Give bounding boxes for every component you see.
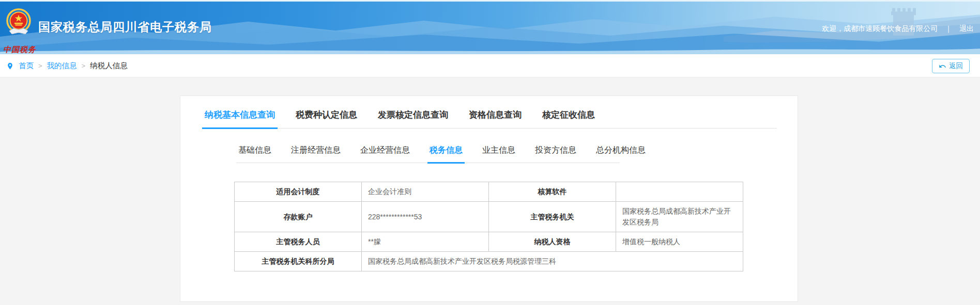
tab-tax-basic-info-query[interactable]: 纳税基本信息查询	[202, 109, 278, 129]
tab-assessed-collection-info[interactable]: 核定征收信息	[540, 109, 598, 129]
field-label-taxpayer-qualification: 纳税人资格	[489, 232, 616, 252]
location-pin-icon	[6, 61, 14, 71]
field-value-tax-authority: 国家税务总局成都高新技术产业开发区税务局	[616, 202, 743, 232]
tax-info-table: 适用会计制度 企业会计准则 核算软件 存款账户 228************5…	[234, 182, 743, 271]
header-user-area: 欢迎，成都市速顾餐饮食品有限公司 ｜ 退出	[822, 24, 974, 34]
tab-enterprise-operation-info[interactable]: 企业经营信息	[358, 145, 412, 164]
table-row: 主管税务机关科所分局 国家税务总局成都高新技术产业开发区税务局税源管理三科	[235, 252, 743, 271]
field-value-deposit-account: 228************53	[362, 202, 489, 232]
secondary-tab-bar: 基础信息 注册经营信息 企业经营信息 税务信息 业主信息 投资方信息 总分机构信…	[236, 145, 620, 163]
back-button-label: 返回	[949, 61, 963, 71]
breadcrumb-separator: >	[82, 62, 86, 70]
field-value-tax-officer: **朦	[362, 232, 489, 252]
table-row: 存款账户 228************53 主管税务机关 国家税务总局成都高新…	[235, 202, 743, 232]
breadcrumb-home[interactable]: 首页	[19, 61, 34, 71]
content-card: 纳税基本信息查询 税费种认定信息 发票核定信息查询 资格信息查询 核定征收信息 …	[180, 95, 798, 302]
tab-tax-info[interactable]: 税务信息	[427, 145, 465, 164]
tax-emblem-logo	[5, 8, 36, 40]
breadcrumb-my-info[interactable]: 我的信息	[47, 61, 77, 71]
logo-caption: 中国税务	[3, 45, 39, 54]
tax-emblem-icon	[5, 8, 32, 38]
breadcrumb-separator: >	[38, 62, 42, 70]
tab-basic-info[interactable]: 基础信息	[236, 145, 273, 164]
tab-investor-info[interactable]: 投资方信息	[533, 145, 578, 164]
field-label-tax-officer: 主管税务人员	[235, 232, 362, 252]
field-label-accounting-software: 核算软件	[489, 182, 616, 202]
tab-tax-type-determination[interactable]: 税费种认定信息	[293, 109, 360, 129]
tab-qualification-query[interactable]: 资格信息查询	[466, 109, 524, 129]
field-value-accounting-system: 企业会计准则	[362, 182, 489, 202]
breadcrumb: 首页 > 我的信息 > 纳税人信息	[6, 54, 128, 77]
field-label-tax-branch-office: 主管税务机关科所分局	[235, 252, 362, 271]
app-header: 中国税务 国家税务总局四川省电子税务局 欢迎，成都市速顾餐饮食品有限公司 ｜ 退…	[0, 0, 980, 54]
undo-arrow-icon	[939, 62, 946, 70]
table-row: 主管税务人员 **朦 纳税人资格 增值税一般纳税人	[235, 232, 743, 252]
welcome-text: 欢迎，成都市速顾餐饮食品有限公司	[822, 24, 938, 34]
primary-tab-bar: 纳税基本信息查询 税费种认定信息 发票核定信息查询 资格信息查询 核定征收信息	[202, 109, 777, 129]
site-title: 国家税务总局四川省电子税务局	[38, 19, 212, 35]
header-separator: ｜	[945, 24, 952, 34]
field-label-accounting-system: 适用会计制度	[235, 182, 362, 202]
field-value-taxpayer-qualification: 增值税一般纳税人	[616, 232, 743, 252]
breadcrumb-bar: 首页 > 我的信息 > 纳税人信息 返回	[0, 54, 980, 77]
table-row: 适用会计制度 企业会计准则 核算软件	[235, 182, 743, 202]
field-value-accounting-software	[616, 182, 743, 202]
tab-invoice-approval-query[interactable]: 发票核定信息查询	[375, 109, 451, 129]
logout-link[interactable]: 退出	[959, 24, 974, 34]
field-value-tax-branch-office: 国家税务总局成都高新技术产业开发区税务局税源管理三科	[362, 252, 743, 271]
field-label-deposit-account: 存款账户	[235, 202, 362, 232]
breadcrumb-current: 纳税人信息	[90, 61, 128, 71]
tab-registration-info[interactable]: 注册经营信息	[289, 145, 343, 164]
field-label-tax-authority: 主管税务机关	[489, 202, 616, 232]
tab-owner-info[interactable]: 业主信息	[480, 145, 517, 164]
tab-head-branch-info[interactable]: 总分机构信息	[594, 145, 648, 164]
back-button[interactable]: 返回	[932, 59, 970, 73]
